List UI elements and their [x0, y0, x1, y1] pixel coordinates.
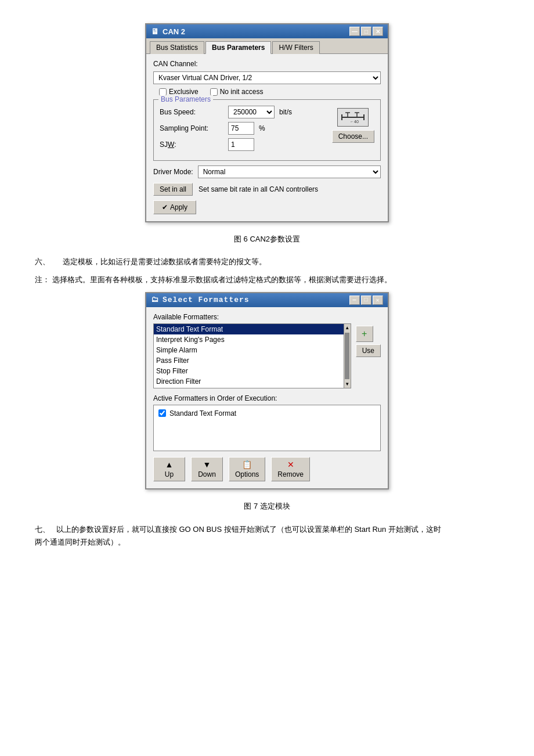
sjw-label: SJW:	[160, 141, 223, 149]
use-button[interactable]: Use	[356, 344, 381, 357]
formatter-item-alarm[interactable]: Simple Alarm	[154, 345, 344, 355]
options-button[interactable]: 📋 Options	[229, 457, 265, 481]
formatter-list-wrapper: Standard Text Format Interpret King's Pa…	[153, 323, 351, 388]
formatters-restore-button[interactable]: □	[361, 296, 371, 305]
driver-mode-label: Driver Mode:	[153, 168, 193, 176]
sjw-input[interactable]	[228, 138, 254, 151]
titlebar-left: 🖥 CAN 2	[151, 27, 185, 36]
add-formatter-button[interactable]: +	[356, 326, 373, 342]
svg-text:←40: ←40	[350, 120, 359, 124]
bus-speed-unit: bit/s	[279, 108, 292, 116]
can-channel-row: CAN Channel:	[153, 60, 381, 68]
formatters-close-button[interactable]: ✕	[373, 296, 383, 305]
para7-step: 七、	[35, 525, 50, 534]
bus-speed-label: Bus Speed:	[160, 108, 223, 116]
tab-bus-statistics[interactable]: Bus Statistics	[150, 41, 204, 54]
para7-line1: 七、 以上的参数设置好后，就可以直接按 GO ON BUS 按钮开始测试了（也可…	[35, 523, 499, 536]
remove-icon: ✕	[287, 460, 294, 469]
can-channel-label: CAN Channel:	[153, 60, 198, 68]
para7-indent	[52, 525, 55, 534]
channel-select[interactable]: Kvaser Virtual CAN Driver, 1/2	[153, 71, 381, 84]
bus-parameters-group: Bus Parameters Bus Speed: 250000 bit/s S…	[153, 99, 381, 161]
active-formatters-section: Active Formatters in Order of Execution:…	[153, 394, 381, 451]
bus-icon-area: ←40 Choose...	[326, 106, 374, 154]
no-init-label: No init access	[220, 88, 264, 96]
figure7-caption: 图 7 选定模块	[35, 501, 499, 512]
active-standard-label: Standard Text Format	[169, 409, 236, 417]
formatter-item-pass[interactable]: Pass Filter	[154, 355, 344, 366]
minimize-button[interactable]: —	[349, 27, 360, 36]
bus-speed-row: Bus Speed: 250000 bit/s	[160, 106, 326, 118]
options-icon: 📋	[242, 460, 252, 469]
formatter-item-stop[interactable]: Stop Filter	[154, 366, 344, 376]
options-label: Options	[235, 470, 259, 478]
sampling-point-input[interactable]	[228, 122, 254, 135]
note-prefix: 注：	[35, 275, 50, 284]
bus-speed-select[interactable]: 250000	[228, 106, 275, 118]
set-in-all-button[interactable]: Set in all	[153, 183, 193, 196]
formatter-list[interactable]: Standard Text Format Interpret King's Pa…	[154, 324, 344, 388]
active-formatters-label: Active Formatters in Order of Execution:	[153, 394, 381, 402]
formatter-item-dll[interactable]: DLL Formatter	[154, 387, 344, 388]
formatters-minimize-button[interactable]: —	[349, 296, 360, 305]
checkmark-icon: ✔	[162, 203, 168, 211]
bus-diagram: ←40	[337, 108, 369, 127]
scroll-down-arrow[interactable]: ▼	[345, 380, 349, 388]
list-scrollbar[interactable]: ▲ ▼	[344, 324, 351, 388]
formatters-window: 🗂 Select Formatters — □ ✕ Available Form…	[145, 292, 389, 489]
exclusive-checkbox-label[interactable]: Exclusive	[159, 88, 199, 96]
scroll-up-arrow[interactable]: ▲	[345, 324, 349, 332]
formatter-buttons-row: ▲ Up ▼ Down 📋 Options ✕ Remove	[153, 457, 381, 481]
para6-indent	[52, 257, 60, 266]
driver-mode-row: Driver Mode: Normal	[153, 165, 381, 178]
exclusive-checkbox[interactable]	[159, 88, 167, 96]
driver-mode-select[interactable]: Normal	[198, 165, 381, 178]
tab-bar: Bus Statistics Bus Parameters H/W Filter…	[146, 38, 388, 54]
down-label: Down	[198, 470, 216, 478]
up-label: Up	[165, 470, 174, 478]
sjw-row: SJW:	[160, 138, 326, 151]
sampling-point-label: Sampling Point:	[160, 124, 223, 132]
can2-window: 🖥 CAN 2 — □ ✕ Bus Statistics Bus Paramet…	[145, 23, 389, 222]
formatter-list-container: Standard Text Format Interpret King's Pa…	[153, 323, 381, 388]
remove-button[interactable]: ✕ Remove	[271, 457, 310, 481]
sampling-point-unit: %	[259, 124, 265, 132]
para6-step: 六、	[35, 257, 50, 266]
scroll-thumb	[345, 333, 349, 379]
formatters-content: Available Formatters: Standard Text Form…	[146, 307, 388, 488]
choose-button[interactable]: Choose...	[332, 130, 374, 143]
formatters-icon: 🗂	[151, 296, 159, 304]
note-para: 注： 选择格式。里面有各种模板，支持标准显示数据或者过滤特定格式的数据等，根据测…	[35, 274, 499, 286]
tab-bus-parameters[interactable]: Bus Parameters	[205, 41, 271, 54]
channel-select-row: Kvaser Virtual CAN Driver, 1/2	[153, 71, 381, 84]
formatter-item-kings[interactable]: Interpret King's Pages	[154, 334, 344, 345]
params-left: Bus Speed: 250000 bit/s Sampling Point: …	[160, 106, 326, 154]
can2-titlebar: 🖥 CAN 2 — □ ✕	[146, 24, 388, 38]
note-text: 选择格式。里面有各种模板，支持标准显示数据或者过滤特定格式的数据等，根据测试需要…	[52, 275, 392, 284]
restore-button[interactable]: □	[361, 27, 371, 36]
up-icon: ▲	[165, 460, 174, 469]
window-content: CAN Channel: Kvaser Virtual CAN Driver, …	[146, 54, 388, 221]
tab-hw-filters[interactable]: H/W Filters	[272, 41, 319, 54]
exclusive-label: Exclusive	[169, 88, 199, 96]
formatter-list-actions: + Use	[356, 323, 381, 388]
can2-title: CAN 2	[163, 27, 185, 36]
formatter-item-standard[interactable]: Standard Text Format	[154, 324, 344, 334]
formatters-title: Select Formatters	[163, 296, 250, 304]
set-in-all-text: Set same bit rate in all CAN controllers	[199, 185, 318, 193]
no-init-checkbox[interactable]	[210, 88, 218, 96]
formatter-item-direction[interactable]: Direction Filter	[154, 376, 344, 387]
active-standard-checkbox[interactable]	[158, 409, 166, 417]
down-button[interactable]: ▼ Down	[191, 457, 223, 481]
formatters-titlebar-left: 🗂 Select Formatters	[151, 296, 250, 304]
close-button[interactable]: ✕	[373, 27, 383, 36]
up-button[interactable]: ▲ Up	[153, 457, 185, 481]
figure6-caption: 图 6 CAN2参数设置	[35, 234, 499, 244]
para7-line2: 两个通道同时开始测试）。	[35, 536, 499, 549]
down-icon: ▼	[203, 460, 211, 469]
apply-button[interactable]: ✔ Apply	[153, 200, 196, 214]
no-init-checkbox-label[interactable]: No init access	[210, 88, 264, 96]
para6: 六、 选定模板，比如运行是需要过滤数据或者需要特定的报文等。	[35, 256, 499, 268]
bus-diagram-svg: ←40	[340, 110, 366, 125]
bus-parameters-title: Bus Parameters	[158, 95, 213, 103]
